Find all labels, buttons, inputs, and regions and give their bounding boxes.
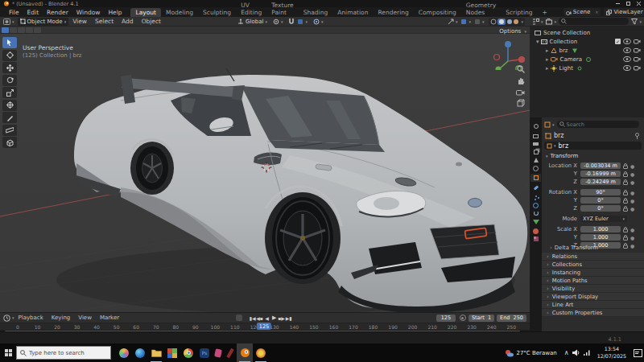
timeline-menu-item[interactable]: Playback bbox=[14, 315, 47, 321]
tab-texture-icon[interactable] bbox=[530, 235, 541, 243]
outliner-display-mode-icon[interactable] bbox=[532, 19, 539, 25]
workspace-tab[interactable]: Compositing bbox=[414, 8, 461, 17]
properties-panel[interactable]: Line Art bbox=[542, 301, 644, 309]
select-mode-new-icon[interactable] bbox=[2, 27, 9, 33]
close-button[interactable] bbox=[634, 0, 644, 7]
tab-physics-icon[interactable] bbox=[530, 201, 541, 209]
taskbar-blue-app-icon[interactable]: Ps bbox=[196, 343, 213, 362]
tool-move[interactable] bbox=[2, 62, 17, 73]
workspace-tab[interactable]: Sculpting bbox=[198, 8, 236, 17]
taskbar-explorer-icon[interactable] bbox=[148, 343, 164, 362]
eye-icon[interactable] bbox=[623, 65, 631, 71]
jump-to-start-icon[interactable]: ▮◀ bbox=[249, 315, 256, 321]
shading-wireframe-icon[interactable] bbox=[490, 19, 497, 25]
tray-weather-text[interactable]: 27°C Berawan bbox=[516, 350, 556, 356]
viewport-menu-item[interactable]: Select bbox=[91, 18, 118, 25]
play-reverse-icon[interactable]: ◀ bbox=[263, 315, 270, 321]
animate-dot-icon[interactable]: ● bbox=[630, 227, 634, 232]
taskbar-widgets-icon[interactable] bbox=[116, 343, 132, 362]
orientation-label[interactable]: Global bbox=[246, 19, 263, 25]
animate-dot-icon[interactable]: ● bbox=[630, 206, 634, 212]
viewport-menu-item[interactable]: View bbox=[68, 18, 91, 25]
end-frame-field[interactable]: End 250 bbox=[497, 315, 526, 322]
outliner-row-brz[interactable]: ▸ brz bbox=[546, 46, 578, 55]
animate-dot-icon[interactable]: ● bbox=[630, 198, 634, 204]
transform-value-field[interactable]: 90° bbox=[580, 189, 621, 196]
tool-add-primitive[interactable] bbox=[2, 137, 17, 148]
tab-world-icon[interactable] bbox=[530, 164, 541, 172]
camera-view-icon[interactable] bbox=[515, 87, 526, 97]
lock-icon[interactable] bbox=[623, 171, 628, 177]
outliner-search-input[interactable] bbox=[559, 18, 629, 25]
shading-material-icon[interactable] bbox=[506, 19, 513, 25]
breadcrumb-object-icon[interactable] bbox=[544, 121, 551, 128]
tool-annotate[interactable] bbox=[2, 112, 17, 123]
transform-value-field[interactable]: 1.000 bbox=[580, 234, 621, 241]
action-center-icon[interactable] bbox=[631, 349, 644, 357]
workspace-tab[interactable]: Animation bbox=[332, 8, 373, 17]
filter-icon[interactable] bbox=[631, 19, 638, 25]
menu-item[interactable]: Render bbox=[43, 9, 72, 16]
menu-item[interactable]: File bbox=[5, 9, 23, 16]
scene-selector[interactable]: Scene ✕ bbox=[564, 8, 601, 16]
properties-panel[interactable]: Custom Properties bbox=[542, 309, 644, 317]
tab-tool-icon[interactable] bbox=[530, 122, 541, 130]
taskbar-media-app-icon[interactable] bbox=[164, 343, 180, 362]
jump-to-end-icon[interactable]: ▶▮ bbox=[285, 315, 292, 321]
maximize-button[interactable] bbox=[623, 0, 634, 7]
properties-search-input[interactable]: Search bbox=[557, 121, 639, 128]
proportional-editing-icon[interactable] bbox=[313, 19, 320, 25]
pivot-point-icon[interactable] bbox=[273, 19, 279, 25]
timeline-menu-item[interactable]: Marker bbox=[96, 315, 123, 321]
tray-weather-icon[interactable] bbox=[505, 349, 514, 357]
tool-select-box[interactable] bbox=[2, 37, 17, 48]
animate-dot-icon[interactable]: ● bbox=[630, 235, 634, 241]
snap-magnet-icon[interactable] bbox=[288, 18, 295, 25]
delta-transform-panel[interactable]: › Delta Transform bbox=[550, 245, 598, 251]
pin-icon[interactable] bbox=[634, 133, 640, 139]
options-button[interactable]: Options ▾ bbox=[499, 28, 526, 35]
eye-icon[interactable] bbox=[623, 47, 631, 53]
viewlayer-selector[interactable]: ViewLayer ✕ bbox=[604, 8, 644, 16]
lock-icon[interactable] bbox=[623, 190, 628, 195]
shading-rendered-icon[interactable] bbox=[513, 19, 519, 25]
play-icon[interactable]: ▶ bbox=[270, 315, 278, 321]
workspace-tab[interactable]: Rendering bbox=[373, 8, 413, 17]
lock-icon[interactable] bbox=[623, 198, 628, 204]
viewport-3d[interactable]: User Perspective (125) Collection | brz … bbox=[0, 27, 530, 312]
workspace-tab[interactable]: Geometry Nodes bbox=[461, 1, 501, 17]
workspace-tab[interactable]: Shading bbox=[299, 8, 332, 17]
camera-toggle-icon[interactable] bbox=[634, 47, 641, 53]
auto-keying-icon[interactable] bbox=[460, 315, 466, 321]
tool-transform[interactable] bbox=[2, 100, 17, 111]
tab-particles-icon[interactable] bbox=[530, 192, 541, 200]
lock-icon[interactable] bbox=[623, 227, 628, 232]
viewport-menu-item[interactable]: Add bbox=[118, 18, 138, 25]
eye-icon[interactable] bbox=[623, 39, 631, 44]
taskbar-blender-icon[interactable] bbox=[237, 343, 253, 362]
new-collection-icon[interactable] bbox=[546, 19, 553, 25]
animate-dot-icon[interactable]: ● bbox=[630, 243, 634, 249]
taskbar-search-input[interactable]: Type here to search bbox=[16, 346, 111, 360]
lock-icon[interactable] bbox=[623, 206, 628, 212]
transform-value-field[interactable]: -0.16999 m bbox=[580, 171, 621, 178]
menu-item[interactable]: Edit bbox=[23, 9, 43, 16]
transform-value-field[interactable]: 0° bbox=[580, 205, 621, 212]
select-mode-subtract-icon[interactable] bbox=[18, 27, 25, 33]
next-keyframe-icon[interactable]: ▪▶ bbox=[278, 315, 285, 321]
pan-hand-icon[interactable] bbox=[515, 76, 526, 86]
timeline-editor-icon[interactable] bbox=[3, 315, 10, 322]
editor-type-icon[interactable] bbox=[3, 19, 10, 25]
animate-dot-icon[interactable]: ● bbox=[630, 190, 634, 195]
tool-measure[interactable] bbox=[2, 125, 17, 136]
lock-icon[interactable] bbox=[623, 179, 628, 185]
xray-toggle-icon[interactable] bbox=[474, 19, 481, 25]
perspective-toggle-icon[interactable] bbox=[515, 97, 526, 108]
mode-selector[interactable]: Object Mode ▾ bbox=[18, 18, 69, 26]
transform-value-field[interactable]: -0.24249 m bbox=[580, 179, 621, 186]
overlays-icon[interactable] bbox=[460, 19, 467, 25]
animate-dot-icon[interactable]: ● bbox=[630, 179, 634, 185]
shading-solid-icon[interactable] bbox=[498, 19, 505, 25]
taskbar-orange-browser-icon[interactable] bbox=[253, 343, 269, 362]
tray-clock[interactable]: 13:54 12/07/2025 bbox=[597, 346, 626, 360]
